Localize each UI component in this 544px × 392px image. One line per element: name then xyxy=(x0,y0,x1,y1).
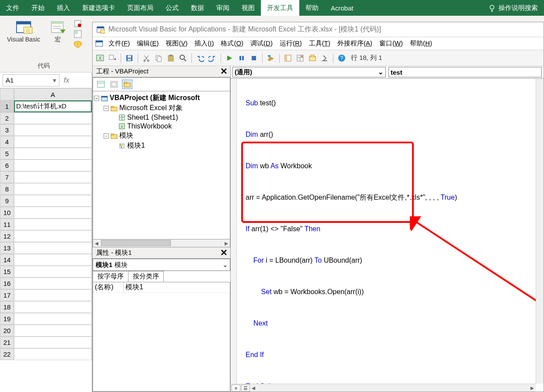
scroll-left-icon[interactable]: ◂ xyxy=(250,385,257,392)
full-module-view-icon[interactable]: ☰ xyxy=(241,385,250,392)
view-excel-icon[interactable]: X xyxy=(95,53,105,63)
run-icon[interactable] xyxy=(225,53,234,63)
close-icon[interactable]: ✕ xyxy=(219,67,229,76)
toolbox-icon[interactable] xyxy=(320,53,329,63)
row-header[interactable]: 13 xyxy=(0,242,14,254)
row-header[interactable]: 6 xyxy=(0,160,14,171)
redo-icon[interactable] xyxy=(208,53,217,63)
row-header[interactable]: 8 xyxy=(0,183,14,195)
vbe-menu-O[interactable]: 格式(O) xyxy=(217,38,247,48)
code-editor[interactable]: Sub test() Dim arr() Dim wb As Workbook … xyxy=(231,78,544,392)
props-tab-categorized[interactable]: 按分类序 xyxy=(128,271,164,282)
collapse-icon[interactable]: − xyxy=(94,96,99,101)
design-mode-icon[interactable] xyxy=(266,53,276,63)
tab-home[interactable]: 开始 xyxy=(25,0,51,16)
cell[interactable] xyxy=(14,266,92,278)
vbe-menu-I[interactable]: 插入(I) xyxy=(191,38,217,48)
code-hscroll[interactable]: ≡ ☰ ◂ ▸ xyxy=(231,384,536,392)
vbe-menu-T[interactable]: 工具(T) xyxy=(305,38,334,48)
use-relative-refs-icon[interactable] xyxy=(73,30,82,38)
row-header[interactable]: 4 xyxy=(0,136,14,148)
row-header[interactable]: 5 xyxy=(0,148,14,160)
row-header[interactable]: 21 xyxy=(0,336,14,348)
fx-icon[interactable]: fx xyxy=(62,76,71,84)
procedure-selector[interactable]: test xyxy=(388,67,542,77)
properties-panel-title[interactable]: 属性 - 模块1 ✕ xyxy=(93,247,230,259)
row-header[interactable]: 2 xyxy=(0,112,14,124)
worksheet-grid[interactable]: A 1D:\test\计算机.xD23456789101112131415161… xyxy=(0,88,92,360)
insert-module-dropdown-icon[interactable] xyxy=(107,53,117,63)
view-object-icon[interactable] xyxy=(109,80,119,89)
cell[interactable] xyxy=(14,336,92,348)
project-tree-hscroll[interactable]: ◂ ▸ xyxy=(93,239,230,247)
close-icon[interactable]: ✕ xyxy=(219,248,229,258)
column-header-A[interactable]: A xyxy=(14,88,92,101)
cell[interactable]: D:\test\计算机.xD xyxy=(14,101,92,112)
project-panel-title[interactable]: 工程 - VBAProject ✕ xyxy=(93,66,230,77)
object-selector[interactable]: (通用) ⌄ xyxy=(232,67,386,77)
tab-insert[interactable]: 插入 xyxy=(51,0,76,16)
visual-basic-button[interactable]: ⟨⟩ Visual Basic xyxy=(4,17,43,51)
cell[interactable] xyxy=(14,230,92,242)
tab-formula[interactable]: 公式 xyxy=(159,0,185,16)
tab-review[interactable]: 审阅 xyxy=(210,0,236,16)
row-header[interactable]: 1 xyxy=(0,101,14,112)
scroll-right-icon[interactable]: ▸ xyxy=(529,385,536,392)
cell[interactable] xyxy=(14,242,92,254)
row-header[interactable]: 11 xyxy=(0,219,14,230)
properties-window-icon[interactable] xyxy=(295,53,305,63)
tab-layout[interactable]: 页面布局 xyxy=(121,0,159,16)
vbe-menu-F[interactable]: 文件(F) xyxy=(105,38,133,48)
cell[interactable] xyxy=(14,348,92,360)
cut-icon[interactable] xyxy=(142,53,151,63)
props-tab-alphabetic[interactable]: 按字母序 xyxy=(93,271,128,282)
cell[interactable] xyxy=(14,136,92,148)
tab-view[interactable]: 视图 xyxy=(236,0,261,16)
project-tree[interactable]: − VBAProject (新建 Microsoft − Microsoft E… xyxy=(93,91,230,239)
record-macro-icon[interactable] xyxy=(73,19,82,28)
procedure-view-icon[interactable]: ≡ xyxy=(232,385,240,392)
tell-me-search[interactable]: 操作说明搜索 xyxy=(482,0,544,16)
tree-module1[interactable]: 模块1 xyxy=(127,141,145,150)
row-header[interactable]: 9 xyxy=(0,195,14,207)
tab-file[interactable]: 文件 xyxy=(0,0,25,16)
tab-data[interactable]: 数据 xyxy=(185,0,210,16)
row-header[interactable]: 20 xyxy=(0,325,14,336)
cell[interactable] xyxy=(14,219,92,230)
cell[interactable] xyxy=(14,325,92,336)
tab-developer[interactable]: 开发工具 xyxy=(261,0,299,16)
vbe-menu-H[interactable]: 帮助(H) xyxy=(406,38,436,48)
cell[interactable] xyxy=(14,301,92,313)
row-header[interactable]: 19 xyxy=(0,313,14,325)
project-explorer-icon[interactable] xyxy=(283,53,293,63)
cell[interactable] xyxy=(14,254,92,266)
tree-sheet1[interactable]: Sheet1 (Sheet1) xyxy=(127,114,178,121)
paste-icon[interactable] xyxy=(166,53,176,63)
vbe-menu-R[interactable]: 运行(R) xyxy=(276,38,305,48)
help-icon[interactable]: ? xyxy=(337,53,346,63)
row-header[interactable]: 12 xyxy=(0,230,14,242)
toggle-folders-icon[interactable] xyxy=(122,80,132,89)
prop-name-value[interactable]: 模块1 xyxy=(124,282,230,293)
vbe-menu-A[interactable]: 外接程序(A) xyxy=(334,38,376,48)
view-code-icon[interactable] xyxy=(96,80,106,89)
cell[interactable] xyxy=(14,183,92,195)
row-header[interactable]: 18 xyxy=(0,301,14,313)
vbe-menu-W[interactable]: 窗口(W) xyxy=(376,38,406,48)
macros-button[interactable]: 宏 xyxy=(45,17,70,51)
find-icon[interactable] xyxy=(178,53,188,63)
tab-newtab[interactable]: 新建选项卡 xyxy=(76,0,121,16)
cell[interactable] xyxy=(14,171,92,183)
properties-object-combo[interactable]: 模块1 模块 ⌄ xyxy=(93,259,230,271)
undo-icon[interactable] xyxy=(195,53,205,63)
name-box[interactable]: A1 ▾ xyxy=(3,74,59,87)
tab-help[interactable]: 帮助 xyxy=(299,0,325,16)
break-icon[interactable] xyxy=(237,53,246,63)
cell[interactable] xyxy=(14,112,92,124)
copy-icon[interactable] xyxy=(154,53,163,63)
row-header[interactable]: 3 xyxy=(0,124,14,136)
cell[interactable] xyxy=(14,313,92,325)
cell[interactable] xyxy=(14,148,92,160)
row-header[interactable]: 15 xyxy=(0,266,14,278)
collapse-icon[interactable]: − xyxy=(104,106,109,111)
